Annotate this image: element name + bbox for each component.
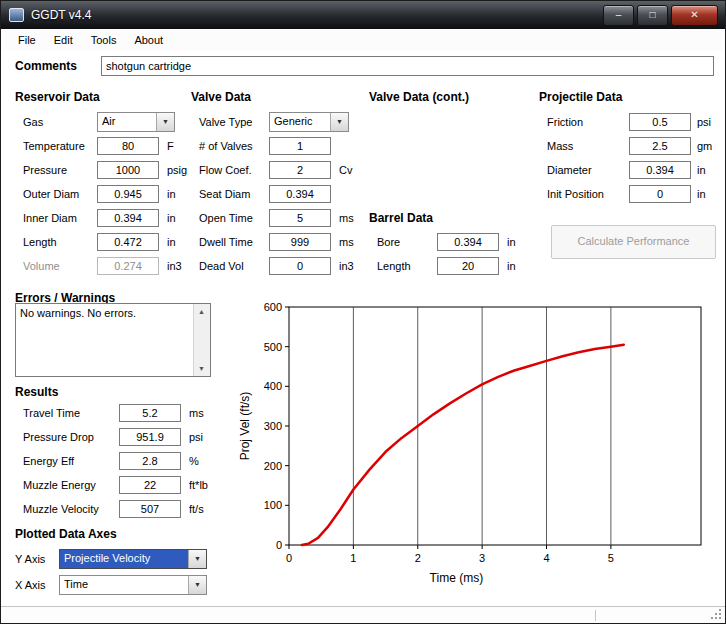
chevron-down-icon[interactable]: ▼ (188, 550, 206, 568)
svg-text:5: 5 (608, 552, 614, 564)
projectile-header: Projectile Data (539, 90, 622, 104)
barrel-header: Barrel Data (369, 211, 433, 225)
seat-diam-input[interactable] (269, 185, 331, 203)
energy-eff-label: Energy Eff (23, 455, 74, 467)
window-controls: – □ ✕ (603, 5, 718, 26)
bore-label: Bore (377, 236, 400, 248)
y-axis-select[interactable]: Projectile Velocity ▼ (59, 549, 207, 569)
svg-text:500: 500 (264, 341, 282, 353)
svg-text:1: 1 (350, 552, 356, 564)
reservoir-length-label: Length (23, 236, 57, 248)
valve-type-label: Valve Type (199, 116, 252, 128)
chart-canvas: 0123450100200300400500600Time (ms)Proj V… (229, 297, 723, 615)
inner-diam-unit: in (167, 212, 176, 224)
errors-text: No warnings. No errors. (20, 307, 192, 319)
dwell-time-input[interactable] (269, 233, 331, 251)
x-axis-label: X Axis (15, 579, 46, 591)
calculate-performance-button[interactable]: Calculate Performance (551, 225, 716, 259)
flow-coef-input[interactable] (269, 161, 331, 179)
comments-input[interactable] (101, 56, 714, 76)
barrel-length-unit: in (507, 260, 516, 272)
mass-unit: gm (697, 140, 712, 152)
chevron-down-icon[interactable]: ▼ (156, 113, 174, 131)
init-position-unit: in (697, 188, 706, 200)
outer-diam-input[interactable] (97, 185, 159, 203)
app-icon (9, 8, 24, 22)
gas-select[interactable]: Air ▼ (97, 112, 175, 132)
travel-time-output[interactable] (119, 404, 181, 422)
title-bar[interactable]: GGDT v4.4 – □ ✕ (1, 1, 725, 29)
menu-file[interactable]: File (9, 31, 45, 49)
chevron-down-icon[interactable]: ▼ (188, 576, 206, 594)
travel-time-label: Travel Time (23, 407, 80, 419)
muzzle-velocity-unit: ft/s (189, 503, 204, 515)
svg-text:Proj Vel (ft/s): Proj Vel (ft/s) (238, 392, 252, 461)
dead-vol-label: Dead Vol (199, 260, 244, 272)
pressure-drop-output[interactable] (119, 428, 181, 446)
muzzle-velocity-label: Muzzle Velocity (23, 503, 99, 515)
energy-eff-output[interactable] (119, 452, 181, 470)
svg-text:600: 600 (264, 301, 282, 313)
statusbar-separator (595, 610, 596, 621)
open-time-input[interactable] (269, 209, 331, 227)
open-time-unit: ms (339, 212, 354, 224)
temperature-input[interactable] (97, 137, 159, 155)
scroll-down-icon[interactable]: ▼ (194, 361, 209, 376)
num-valves-input[interactable] (269, 137, 331, 155)
muzzle-energy-output[interactable] (119, 476, 181, 494)
errors-scrollbar[interactable]: ▲ ▼ (193, 304, 210, 376)
muzzle-velocity-output[interactable] (119, 500, 181, 518)
svg-text:4: 4 (543, 552, 549, 564)
friction-unit: psi (697, 116, 711, 128)
pressure-input[interactable] (97, 161, 159, 179)
barrel-length-label: Length (377, 260, 411, 272)
open-time-label: Open Time (199, 212, 253, 224)
close-button[interactable]: ✕ (671, 5, 718, 26)
menu-tools[interactable]: Tools (82, 31, 126, 49)
x-axis-select[interactable]: Time ▼ (59, 575, 207, 595)
app-window: GGDT v4.4 – □ ✕ File Edit Tools About Co… (0, 0, 726, 624)
diameter-unit: in (697, 164, 706, 176)
pressure-drop-unit: psi (189, 431, 203, 443)
muzzle-energy-label: Muzzle Energy (23, 479, 96, 491)
valve-cont-header: Valve Data (cont.) (369, 90, 469, 104)
bore-unit: in (507, 236, 516, 248)
init-position-label: Init Position (547, 188, 604, 200)
svg-text:400: 400 (264, 380, 282, 392)
bore-input[interactable] (437, 233, 499, 251)
reservoir-header: Reservoir Data (15, 90, 100, 104)
mass-label: Mass (547, 140, 573, 152)
barrel-length-input[interactable] (437, 257, 499, 275)
y-axis-selected-value: Projectile Velocity (60, 550, 188, 568)
temperature-label: Temperature (23, 140, 85, 152)
menu-about[interactable]: About (125, 31, 172, 49)
plotted-axes-header: Plotted Data Axes (15, 527, 117, 541)
svg-text:0: 0 (286, 552, 292, 564)
svg-text:Time (ms): Time (ms) (430, 571, 484, 585)
resize-grip[interactable] (719, 617, 721, 619)
valve-type-selected-value: Generic (270, 113, 330, 131)
results-header: Results (15, 385, 58, 399)
errors-textbox[interactable]: No warnings. No errors. ▲ ▼ (15, 303, 211, 377)
chevron-down-icon[interactable]: ▼ (330, 113, 348, 131)
gas-label: Gas (23, 116, 43, 128)
friction-input[interactable] (629, 113, 691, 131)
reservoir-length-input[interactable] (97, 233, 159, 251)
valve-type-select[interactable]: Generic ▼ (269, 112, 349, 132)
dead-vol-input[interactable] (269, 257, 331, 275)
temperature-unit: F (167, 140, 174, 152)
minimize-button[interactable]: – (603, 5, 634, 26)
svg-text:200: 200 (264, 460, 282, 472)
inner-diam-input[interactable] (97, 209, 159, 227)
comments-label: Comments (15, 59, 77, 73)
inner-diam-label: Inner Diam (23, 212, 77, 224)
diameter-input[interactable] (629, 161, 691, 179)
scroll-up-icon[interactable]: ▲ (194, 304, 209, 319)
velocity-chart: 0123450100200300400500600Time (ms)Proj V… (229, 297, 723, 615)
maximize-button[interactable]: □ (637, 5, 668, 26)
menu-edit[interactable]: Edit (45, 31, 82, 49)
energy-eff-unit: % (189, 455, 199, 467)
travel-time-unit: ms (189, 407, 204, 419)
mass-input[interactable] (629, 137, 691, 155)
init-position-input[interactable] (629, 185, 691, 203)
